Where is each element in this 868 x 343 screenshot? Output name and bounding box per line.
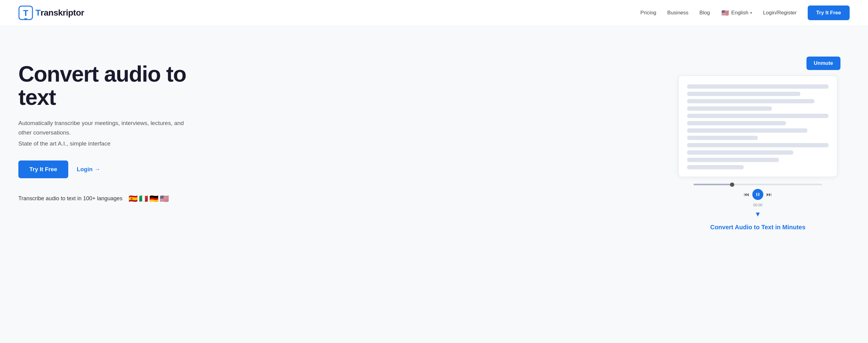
convert-caption: Convert Audio to Text in Minutes: [710, 224, 805, 231]
play-pause-button[interactable]: [752, 189, 763, 200]
language-label: English: [731, 10, 748, 16]
svg-rect-3: [758, 193, 760, 196]
logo[interactable]: T Transkriptor: [18, 5, 84, 20]
navbar: T Transkriptor Pricing Business Blog 🇺🇸 …: [0, 0, 868, 26]
hero-login-link[interactable]: Login →: [77, 166, 100, 173]
hero-right: Unmute ⏮: [666, 50, 850, 231]
hero-tagline: State of the art A.I., simple interface: [18, 140, 226, 147]
transcript-line: [687, 150, 793, 155]
nav-business[interactable]: Business: [667, 10, 688, 16]
transcript-line: [687, 114, 829, 118]
svg-text:T: T: [23, 8, 28, 18]
pause-icon: [755, 192, 760, 197]
transcript-line: [687, 143, 829, 147]
nav-pricing[interactable]: Pricing: [640, 10, 656, 16]
rewind-button[interactable]: ⏮: [744, 192, 749, 198]
unmute-button[interactable]: Unmute: [806, 57, 840, 70]
transcript-line: [687, 92, 800, 96]
nav-links: Pricing Business Blog 🇺🇸 English ▾ Login…: [640, 5, 850, 20]
hero-title: Convert audio to text: [18, 63, 226, 109]
flag-spanish: 🇪🇸: [127, 193, 139, 205]
logo-text: Transkriptor: [35, 8, 84, 18]
time-display: 00:00: [753, 203, 763, 207]
flag-american: 🇺🇸: [159, 193, 170, 205]
transcript-line: [687, 128, 807, 133]
languages-text: Transcribe audio to text in 100+ languag…: [18, 195, 122, 202]
hero-buttons: Try It Free Login →: [18, 161, 226, 178]
flag-italian: 🇮🇹: [138, 193, 149, 205]
fast-forward-button[interactable]: ⏭: [766, 192, 772, 198]
transcript-line: [687, 165, 744, 169]
progress-filled: [693, 184, 732, 185]
hero-subtitle: Automatically transcribe your meetings, …: [18, 118, 190, 137]
flag-icon: 🇺🇸: [721, 8, 730, 17]
nav-blog[interactable]: Blog: [700, 10, 710, 16]
progress-dot: [730, 182, 734, 187]
hero-left: Convert audio to text Automatically tran…: [18, 50, 226, 205]
player-controls: ⏮ ⏭: [744, 189, 772, 200]
hero-section: Convert audio to text Automatically tran…: [0, 26, 868, 249]
transcript-line: [687, 136, 758, 140]
transcript-line: [687, 106, 772, 111]
transcript-line: [687, 84, 829, 89]
transcript-line: [687, 121, 786, 125]
transcript-line: [687, 158, 779, 162]
audio-player: ⏮ ⏭ 00:00 ▼: [693, 184, 822, 218]
svg-rect-2: [756, 193, 757, 196]
login-register-link[interactable]: Login/Register: [763, 10, 797, 16]
transcript-lines: [687, 84, 829, 169]
languages-row: Transcribe audio to text in 100+ languag…: [18, 193, 226, 205]
chevron-down-icon: ▾: [750, 11, 752, 15]
language-selector[interactable]: 🇺🇸 English ▾: [721, 8, 752, 17]
progress-track[interactable]: [693, 184, 822, 185]
nav-cta-button[interactable]: Try It Free: [808, 5, 850, 20]
flag-german: 🇩🇪: [148, 193, 160, 205]
transcript-preview: [678, 75, 837, 177]
player-indicator: ▼: [754, 210, 761, 218]
language-flags: 🇪🇸 🇮🇹 🇩🇪 🇺🇸: [127, 193, 170, 205]
hero-cta-button[interactable]: Try It Free: [18, 161, 68, 178]
transcript-line: [687, 99, 814, 103]
logo-icon: T: [18, 5, 33, 20]
